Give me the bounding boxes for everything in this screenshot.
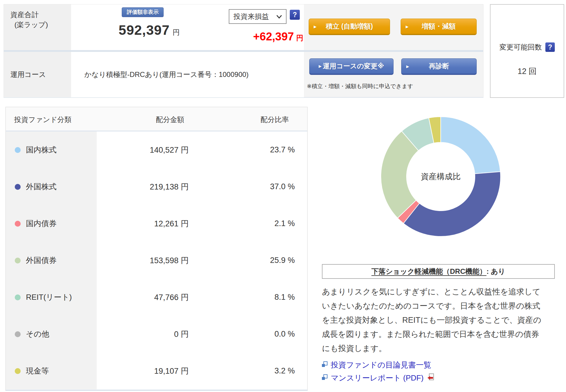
chevron-down-icon	[276, 12, 282, 21]
course-value: かなり積極型-DRCあり(運用コース番号：1000900)	[84, 70, 249, 79]
allocation-ratio: 8.1 %	[194, 293, 307, 302]
list-item: マンスリーレポート (PDF)	[321, 371, 434, 384]
category-dot-icon	[15, 368, 21, 374]
category-name: 外国債券	[26, 255, 57, 266]
course-change-button[interactable]: ▶ 運用コースの変更※	[309, 58, 394, 75]
period-select[interactable]: 投資来損益	[229, 9, 287, 24]
drc-feature-title: 下落ショック軽減機能（DRC機能）	[371, 267, 486, 276]
monthly-report-pdf-link[interactable]: マンスリーレポート (PDF)	[331, 373, 424, 383]
table-row: 国内債券 12,261 円 2.1 %	[6, 205, 307, 242]
allocation-amount: 140,527 円	[97, 145, 194, 155]
document-links: 投資ファンドの目論見書一覧 マンスリーレポート (PDF)	[321, 358, 434, 384]
category-name: 外国株式	[26, 182, 57, 192]
gain-since-inception: +62,397円	[253, 30, 303, 43]
asset-total-label-line2: (楽ラップ)	[10, 20, 71, 30]
asset-total-value: 592,397	[119, 22, 170, 38]
table-row: 外国債券 153,598 円 25.9 %	[6, 242, 307, 279]
pdf-file-icon	[427, 373, 434, 383]
asset-total-cell: 評価額非表示 592,397円 投資来損益 ? +62,397円	[71, 4, 304, 50]
table-row: 外国株式 219,138 円 37.0 %	[6, 168, 307, 205]
course-description-line: あまりリスクを気にしすぎずに、とことん収益性を追求して	[322, 285, 558, 299]
period-select-value: 投資来損益	[233, 12, 276, 21]
allocation-ratio: 2.1 %	[194, 219, 307, 228]
change-count-help-icon[interactable]: ?	[545, 42, 555, 52]
simultaneous-application-note: ※積立・増額・減額も同時に申込できます	[307, 83, 413, 90]
asset-total-label-line1: 資産合計	[10, 10, 71, 20]
category-dot-icon	[15, 258, 21, 263]
header-fund-category: 投資ファンド分類	[14, 115, 71, 124]
category-name: その他	[26, 329, 49, 339]
drc-feature-status: : あり	[486, 267, 505, 276]
course-cell: かなり積極型-DRCあり(運用コース番号：1000900)	[71, 52, 304, 97]
table-row: REIT(リート) 47,766 円 8.1 %	[6, 279, 307, 316]
allocation-ratio: 37.0 %	[194, 182, 307, 191]
table-header: 投資ファンド分類 配分金額 配分比率	[6, 107, 307, 131]
course-label: 運用コース	[4, 52, 71, 97]
header-allocation-amount: 配分金額	[156, 115, 184, 124]
gain-value: +62,397	[253, 30, 294, 43]
allocation-ratio: 3.2 %	[194, 366, 307, 375]
change-count-value: 12 回	[491, 66, 564, 77]
category-dot-icon	[15, 184, 21, 190]
rediagnosis-button-label: 再診断	[429, 62, 449, 71]
change-count-label: 変更可能回数	[499, 42, 542, 52]
course-description-line: にも投資します。	[322, 341, 558, 355]
category-name: REIT(リート)	[26, 292, 72, 302]
table-body: 国内株式 140,527 円 23.7 % 外国株式 219,138 円 37.…	[6, 131, 307, 389]
category-dot-icon	[15, 294, 21, 300]
zougen-button-label: 増額・減額	[422, 22, 456, 31]
category-name: 現金等	[26, 366, 49, 376]
category-dot-icon	[15, 331, 21, 337]
course-row: 運用コース かなり積極型-DRCあり(運用コース番号：1000900) ▶ 運用…	[4, 52, 483, 97]
allocation-amount: 19,107 円	[97, 366, 194, 376]
button-arrow-icon: ▶	[406, 64, 409, 68]
button-arrow-icon: ▶	[319, 64, 322, 68]
fund-allocation-table: 投資ファンド分類 配分金額 配分比率 国内株式 140,527 円 23.7 %…	[5, 107, 308, 391]
asset-total-unit: 円	[173, 28, 180, 36]
allocation-amount: 12,261 円	[97, 218, 194, 229]
external-window-icon	[321, 360, 328, 370]
header-allocation-ratio: 配分比率	[261, 115, 289, 124]
asset-summary-block: 資産合計 (楽ラップ) 評価額非表示 592,397円 投資来損益 ? +62,…	[4, 4, 483, 98]
allocation-ratio: 0.0 %	[194, 330, 307, 339]
asset-total-amount: 592,397円	[86, 22, 213, 38]
course-actions-area: ▶ 運用コースの変更※ ▶ 再診断 ※積立・増額・減額も同時に申込できます	[304, 52, 483, 97]
list-item: 投資ファンドの目論見書一覧	[321, 358, 434, 371]
asset-composition-donut-chart: 資産構成比	[379, 114, 503, 239]
drc-feature-box: 下落ショック軽減機能（DRC機能）: あり	[322, 264, 555, 279]
course-description: あまりリスクを気にしすぎずに、とことん収益性を追求して いきたいあなたのためのコ…	[322, 285, 558, 355]
gain-help-icon[interactable]: ?	[290, 10, 300, 20]
rediagnosis-button[interactable]: ▶ 再診断	[401, 58, 477, 75]
asset-total-label: 資産合計 (楽ラップ)	[4, 4, 71, 50]
course-description-line: 成長を図ります。また限られた範囲で日本を含む世界の債券	[322, 327, 558, 341]
category-dot-icon	[15, 147, 21, 153]
change-count-panel: 変更可能回数 ? 12 回	[490, 4, 564, 98]
gain-unit: 円	[296, 34, 303, 42]
asset-actions-area: ▶ 積立 (自動増額) ▶ 増額・減額	[304, 4, 483, 50]
course-description-line: いきたいあなたのためのコースです。日本を含む世界の株式	[322, 299, 558, 313]
external-window-icon	[321, 373, 328, 383]
donut-center-label: 資産構成比	[421, 172, 461, 181]
table-row: 国内株式 140,527 円 23.7 %	[6, 131, 307, 168]
allocation-ratio: 23.7 %	[194, 145, 307, 154]
allocation-amount: 153,598 円	[97, 255, 194, 266]
button-arrow-icon: ▶	[406, 24, 409, 29]
table-row: その他 0 円 0.0 %	[6, 316, 307, 353]
category-name: 国内株式	[26, 145, 57, 155]
donut-segment	[441, 117, 500, 174]
zougen-gengaku-button[interactable]: ▶ 増額・減額	[401, 19, 477, 35]
hide-valuation-button[interactable]: 評価額非表示	[122, 7, 164, 17]
asset-total-row: 資産合計 (楽ラップ) 評価額非表示 592,397円 投資来損益 ? +62,…	[4, 4, 483, 50]
course-description-line: を主な投資対象とし、REITにも一部投資することで、資産の	[322, 313, 558, 327]
prospectus-list-link[interactable]: 投資ファンドの目論見書一覧	[331, 360, 431, 370]
button-arrow-icon: ▶	[314, 24, 317, 29]
category-name: 国内債券	[26, 218, 57, 229]
allocation-amount: 0 円	[97, 329, 194, 340]
category-dot-icon	[15, 221, 21, 227]
allocation-amount: 47,766 円	[97, 292, 194, 303]
allocation-ratio: 25.9 %	[194, 256, 307, 265]
tsumitate-button-label: 積立 (自動増額)	[326, 22, 373, 31]
table-row: 現金等 19,107 円 3.2 %	[6, 353, 307, 389]
tsumitate-button[interactable]: ▶ 積立 (自動増額)	[309, 19, 390, 35]
allocation-amount: 219,138 円	[97, 182, 194, 192]
